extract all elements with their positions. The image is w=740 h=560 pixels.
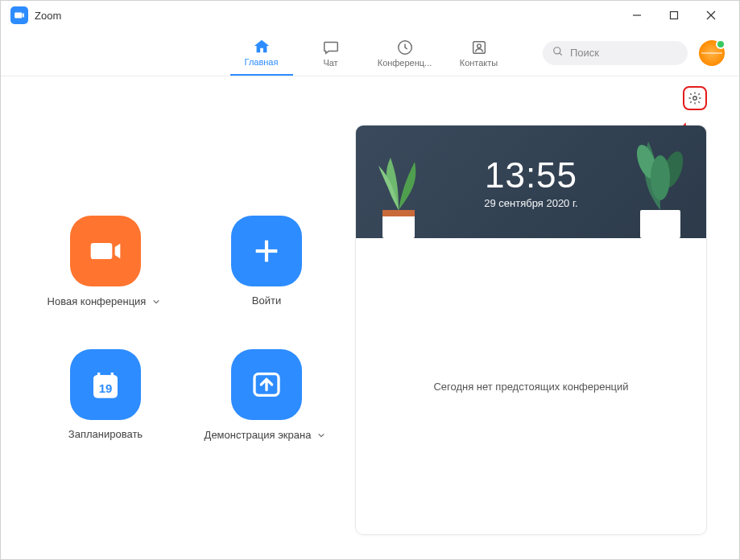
new-meeting-item: Новая конференция	[33, 216, 178, 309]
clock-time: 13:55	[485, 155, 577, 196]
tab-contacts[interactable]: Контакты	[448, 30, 511, 76]
svg-rect-19	[382, 210, 415, 216]
svg-point-9	[693, 97, 697, 101]
tab-home[interactable]: Главная	[230, 30, 293, 76]
maximize-button[interactable]	[655, 1, 692, 30]
tab-chat[interactable]: Чат	[300, 30, 362, 76]
plant-decoration	[624, 134, 697, 238]
contacts-icon	[470, 39, 488, 56]
search-box[interactable]	[543, 41, 688, 65]
join-item: Войти	[194, 216, 339, 309]
clock-date: 29 сентября 2020 г.	[484, 197, 577, 209]
svg-rect-20	[640, 210, 680, 238]
avatar[interactable]	[699, 40, 725, 66]
new-meeting-button[interactable]	[70, 216, 141, 286]
svg-point-23	[651, 155, 670, 200]
home-icon	[253, 38, 271, 56]
content: Новая конференция Войти	[1, 76, 739, 559]
tab-label: Контакты	[460, 58, 498, 68]
action-label: Демонстрация экрана	[205, 429, 312, 443]
nav-right	[543, 40, 725, 66]
info-card: 13:55 29 сентября 2020 г. Сегодня нет пр…	[355, 125, 707, 535]
svg-point-6	[477, 43, 481, 47]
schedule-item: 19 Запланировать	[33, 349, 178, 443]
upload-icon	[250, 369, 283, 401]
chevron-down-icon[interactable]	[314, 428, 329, 443]
window-controls	[618, 1, 730, 30]
app-icon	[10, 6, 28, 24]
chevron-down-icon[interactable]	[149, 294, 163, 309]
action-label: Войти	[252, 294, 281, 308]
titlebar: Zoom	[1, 1, 739, 30]
info-body: Сегодня нет предстоящих конференций	[356, 238, 706, 534]
settings-button[interactable]	[683, 86, 707, 110]
svg-rect-1	[671, 12, 678, 19]
search-input[interactable]	[570, 47, 705, 59]
video-icon	[89, 235, 122, 267]
svg-point-7	[554, 47, 560, 53]
tab-meetings[interactable]: Конференц...	[369, 30, 441, 76]
svg-text:19: 19	[99, 381, 113, 395]
search-icon	[552, 46, 564, 60]
svg-line-8	[560, 52, 562, 55]
minimize-button[interactable]	[618, 1, 655, 30]
clock-icon	[396, 39, 414, 56]
tab-label: Главная	[245, 57, 279, 67]
action-label: Новая конференция	[48, 295, 147, 309]
share-screen-button[interactable]	[231, 349, 302, 420]
share-screen-item: Демонстрация экрана	[194, 349, 339, 443]
window-title: Zoom	[35, 10, 61, 22]
tab-label: Конференц...	[378, 58, 432, 68]
action-grid: Новая конференция Войти	[33, 216, 339, 443]
info-panel: 13:55 29 сентября 2020 г. Сегодня нет пр…	[355, 91, 707, 535]
tab-label: Чат	[323, 58, 337, 68]
join-button[interactable]	[231, 216, 302, 286]
gear-icon	[688, 91, 702, 105]
chat-icon	[322, 39, 340, 56]
plus-icon	[250, 235, 283, 267]
no-meetings-text: Сегодня нет предстоящих конференций	[433, 381, 628, 393]
action-label: Запланировать	[68, 428, 143, 442]
schedule-button[interactable]: 19	[70, 349, 141, 420]
close-button[interactable]	[692, 1, 730, 30]
action-panel: Новая конференция Войти	[33, 91, 339, 535]
navbar: Главная Чат Конференц... Контакты	[1, 30, 739, 76]
nav-tabs: Главная Чат Конференц... Контакты	[230, 30, 511, 76]
app-window: Zoom Главная	[0, 0, 740, 560]
plant-decoration	[362, 142, 435, 238]
calendar-icon: 19	[89, 369, 122, 401]
info-header: 13:55 29 сентября 2020 г.	[356, 126, 706, 238]
